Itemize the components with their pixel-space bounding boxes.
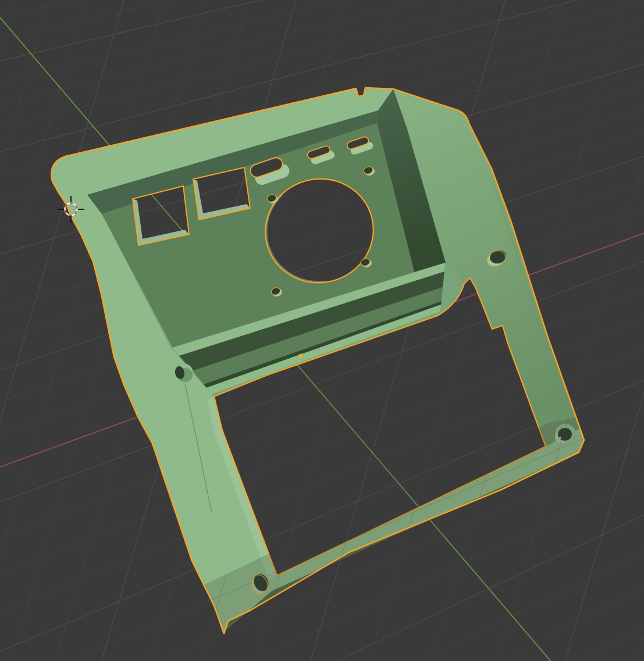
left-hinge-boss [173,363,193,382]
object-origin-dot [299,354,303,358]
3d-viewport[interactable] [0,0,644,661]
viewport-canvas[interactable] [0,0,644,661]
